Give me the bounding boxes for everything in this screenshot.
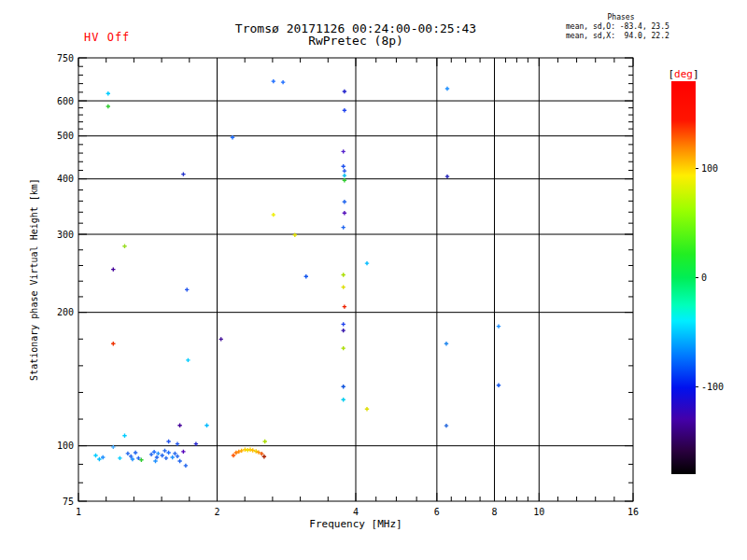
data-point bbox=[156, 452, 160, 455]
y-tick-label: 400 bbox=[57, 174, 74, 184]
data-point bbox=[93, 454, 97, 457]
data-point bbox=[342, 329, 345, 332]
data-point bbox=[166, 440, 170, 443]
data-point bbox=[219, 337, 223, 341]
y-axis-title: Stationary phase Virtual Height [km] bbox=[29, 178, 39, 381]
data-point bbox=[444, 342, 448, 345]
data-point bbox=[445, 175, 449, 178]
data-point bbox=[97, 457, 101, 461]
x-tick-label: 6 bbox=[434, 507, 440, 517]
colorbar-label: [deg] bbox=[668, 68, 698, 80]
colorbar bbox=[671, 81, 696, 474]
y-tick-label: 750 bbox=[57, 53, 74, 63]
data-point bbox=[342, 322, 345, 326]
data-point bbox=[342, 273, 345, 276]
data-point bbox=[152, 450, 156, 454]
data-point bbox=[185, 287, 189, 291]
data-point bbox=[122, 245, 126, 248]
data-point bbox=[186, 358, 190, 362]
data-point bbox=[343, 200, 346, 203]
data-point bbox=[176, 455, 179, 458]
data-point bbox=[177, 459, 181, 463]
data-point bbox=[134, 451, 137, 455]
data-point bbox=[153, 459, 157, 463]
data-point bbox=[272, 79, 275, 83]
ionogram-chart: 12468101675060050040030020010075Frequenc… bbox=[0, 0, 747, 560]
data-point bbox=[204, 424, 208, 427]
y-tick-label: 75 bbox=[63, 497, 74, 507]
data-point bbox=[155, 455, 159, 459]
data-point bbox=[444, 424, 448, 427]
data-point bbox=[181, 172, 185, 175]
data-point bbox=[194, 441, 198, 445]
x-tick-label: 16 bbox=[627, 507, 639, 517]
data-point bbox=[342, 225, 345, 229]
x-tick-label: 2 bbox=[214, 507, 219, 517]
data-point bbox=[111, 267, 115, 271]
data-point bbox=[166, 451, 170, 455]
data-point bbox=[164, 456, 168, 460]
data-point bbox=[365, 261, 369, 265]
data-point bbox=[445, 87, 449, 91]
data-point bbox=[342, 285, 345, 288]
data-points bbox=[93, 79, 500, 468]
data-point bbox=[342, 164, 345, 168]
y-tick-label: 600 bbox=[57, 96, 74, 106]
data-point bbox=[343, 169, 346, 173]
ionogram-page: HV Off Tromsø 20171126 00:24:00-00:25:43… bbox=[0, 0, 747, 560]
data-point bbox=[176, 441, 179, 445]
x-tick-label: 1 bbox=[76, 507, 81, 517]
data-point bbox=[162, 449, 166, 453]
data-point bbox=[281, 80, 285, 84]
y-tick-label: 300 bbox=[57, 230, 74, 240]
colorbar-tick-label: 0 bbox=[701, 273, 707, 283]
data-point bbox=[343, 174, 346, 177]
data-point bbox=[122, 434, 126, 438]
x-tick-label: 4 bbox=[353, 507, 359, 517]
y-tick-label: 100 bbox=[57, 441, 74, 451]
data-point bbox=[106, 105, 110, 108]
colorbar-tick-label: 100 bbox=[701, 163, 718, 174]
data-point bbox=[343, 90, 346, 93]
data-point bbox=[262, 455, 266, 458]
data-point bbox=[149, 453, 153, 456]
data-point bbox=[184, 464, 188, 468]
data-point bbox=[304, 274, 308, 278]
data-point bbox=[342, 385, 345, 388]
data-point bbox=[173, 452, 176, 455]
data-point bbox=[101, 455, 105, 459]
data-point bbox=[232, 454, 235, 457]
colorbar-tick-label: -100 bbox=[701, 382, 724, 392]
x-tick-label: 10 bbox=[533, 507, 544, 517]
data-point bbox=[118, 456, 121, 460]
x-axis-title: Frequency [MHz] bbox=[309, 518, 402, 530]
data-point bbox=[342, 346, 345, 350]
data-point bbox=[342, 398, 345, 401]
data-point bbox=[181, 450, 185, 454]
data-point bbox=[263, 440, 267, 443]
data-point bbox=[106, 91, 110, 95]
data-point bbox=[343, 108, 346, 112]
data-point bbox=[343, 211, 346, 215]
data-point bbox=[272, 213, 275, 217]
data-point bbox=[111, 342, 115, 345]
data-point bbox=[342, 149, 345, 153]
x-tick-label: 8 bbox=[491, 507, 497, 517]
data-point bbox=[126, 452, 130, 455]
data-point bbox=[497, 324, 500, 328]
data-point bbox=[161, 454, 164, 457]
data-point bbox=[497, 384, 500, 387]
data-point bbox=[171, 455, 175, 459]
y-tick-label: 500 bbox=[57, 131, 74, 141]
data-point bbox=[343, 304, 346, 308]
data-point bbox=[365, 407, 369, 411]
data-point bbox=[177, 424, 181, 427]
y-tick-label: 200 bbox=[57, 307, 74, 317]
data-point bbox=[293, 233, 297, 237]
